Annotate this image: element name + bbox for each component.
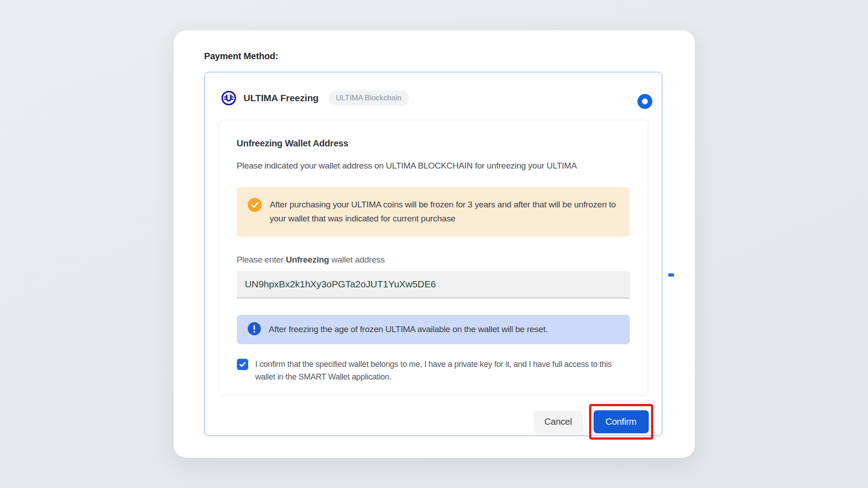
warning-note-text: After purchasing your ULTIMA coins will … [270, 198, 621, 226]
wallet-address-input[interactable] [237, 271, 630, 298]
page-title: Payment Method: [204, 51, 664, 61]
panel-subheading: Please indicated your wallet address on … [237, 161, 630, 171]
panel-heading: Unfreezing Wallet Address [237, 138, 630, 149]
check-circle-icon [248, 198, 262, 214]
info-note: After freezing the age of frozen ULTIMA … [237, 315, 630, 344]
cancel-button[interactable]: Cancel [533, 411, 583, 433]
side-dash-marker [668, 273, 674, 277]
confirm-row: I confirm that the specified wallet belo… [237, 358, 630, 384]
payment-method-name: ULTIMA Freezing [244, 93, 319, 103]
confirm-button[interactable]: Confirm [594, 410, 649, 433]
label-suffix: wallet address [329, 255, 385, 264]
unfreezing-panel: Unfreezing Wallet Address Please indicat… [218, 120, 648, 396]
footer-actions: Cancel Confirm [218, 404, 648, 440]
wallet-input-label: Please enter Unfreezing wallet address [237, 255, 630, 265]
confirm-checkbox[interactable] [237, 359, 248, 370]
warning-note: After purchasing your ULTIMA coins will … [237, 187, 630, 237]
ultima-coin-logo-icon [221, 90, 236, 106]
payment-method-header: ULTIMA Freezing ULTIMA Blockchain [218, 90, 648, 106]
payment-method-radio[interactable] [637, 94, 652, 109]
info-note-text: After freezing the age of frozen ULTIMA … [269, 324, 548, 335]
label-bold: Unfreezing [286, 255, 329, 264]
label-prefix: Please enter [237, 255, 286, 264]
info-circle-icon [248, 322, 261, 337]
radio-hole [642, 99, 648, 104]
blockchain-badge: ULTIMA Blockchain [329, 90, 409, 106]
payment-modal: Payment Method: ULTIMA Freezing ULTIMA B… [174, 30, 695, 458]
payment-method-card[interactable]: ULTIMA Freezing ULTIMA Blockchain Unfree… [204, 72, 662, 436]
confirm-checkbox-label: I confirm that the specified wallet belo… [255, 358, 630, 384]
annotation-highlight: Confirm [589, 404, 653, 440]
